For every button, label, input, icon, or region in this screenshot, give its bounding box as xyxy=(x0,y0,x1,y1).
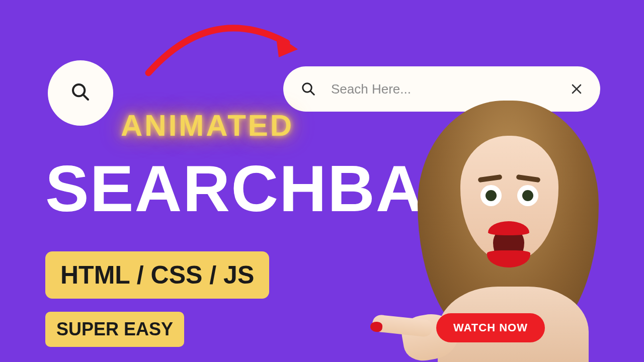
close-icon[interactable] xyxy=(571,83,583,95)
search-collapsed-button[interactable] xyxy=(48,60,113,126)
svg-line-1 xyxy=(83,95,88,100)
easy-badge: SUPER EASY xyxy=(45,312,184,347)
search-placeholder: Seach Here... xyxy=(331,81,555,97)
svg-line-4 xyxy=(310,91,314,95)
search-icon xyxy=(301,81,316,97)
watch-now-button[interactable]: WATCH NOW xyxy=(436,313,545,342)
subtitle-animated: ANIMATED xyxy=(121,108,294,143)
tech-badge: HTML / CSS / JS xyxy=(45,251,269,299)
svg-marker-2 xyxy=(276,34,298,57)
arrow-icon xyxy=(141,15,307,80)
search-icon xyxy=(70,82,91,104)
